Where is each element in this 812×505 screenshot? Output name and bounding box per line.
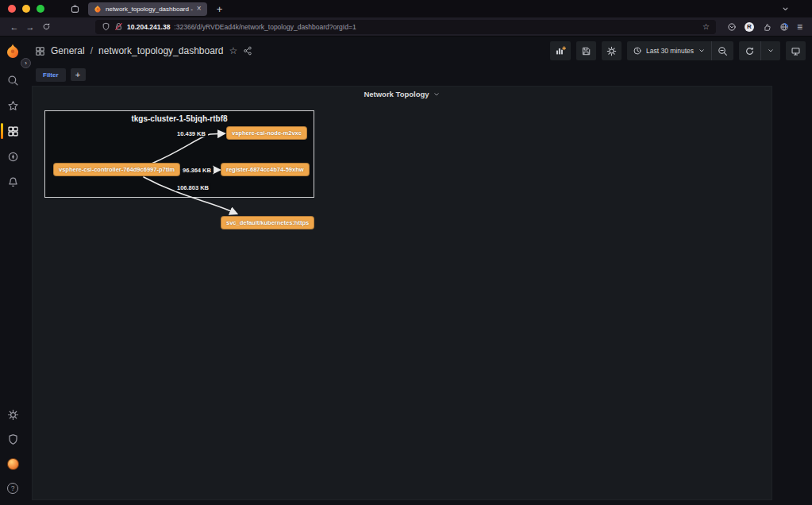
edge-traffic-label: 106.803 KB xyxy=(175,184,211,191)
browser-tab-bar: network_topology_dashboard - × + xyxy=(0,0,812,17)
extension-globe-icon[interactable] xyxy=(779,22,789,32)
sidebar-item-configuration[interactable] xyxy=(0,406,25,423)
star-dashboard-icon[interactable]: ☆ xyxy=(229,45,238,56)
tab-title: network_topology_dashboard - xyxy=(106,6,193,13)
topology-node-csi-node[interactable]: vsphere-csi-node-m2vxc xyxy=(226,126,307,140)
bell-icon xyxy=(7,176,19,188)
refresh-group xyxy=(739,41,780,60)
sidebar-item-search[interactable] xyxy=(0,71,25,89)
sidebar-expand-chevron-icon[interactable]: › xyxy=(21,58,31,68)
url-path: :32366/d/yRVDEad4k/network_topology_dash… xyxy=(174,23,698,31)
sidebar-item-server-admin[interactable] xyxy=(0,430,25,448)
bookmark-star-icon[interactable]: ☆ xyxy=(702,22,710,31)
menu-icon[interactable]: ≡ xyxy=(797,21,802,33)
time-range-label: Last 30 minutes xyxy=(646,47,694,55)
new-tab-button[interactable]: + xyxy=(217,3,223,15)
chevron-down-icon xyxy=(767,47,775,55)
save-dashboard-button[interactable] xyxy=(576,41,596,60)
shield-icon xyxy=(7,434,19,445)
refresh-dashboard-button[interactable] xyxy=(739,41,760,60)
window-close-button[interactable] xyxy=(8,5,16,13)
tracking-protection-shield-icon[interactable] xyxy=(102,22,110,31)
breadcrumb-dashboard-name[interactable]: network_topology_dashboard xyxy=(98,45,223,56)
refresh-icon xyxy=(745,46,755,56)
browser-nav-bar: ← → 10.204.241.38 :32366/d/yRVDEad4k/net… xyxy=(0,17,812,37)
filter-button[interactable]: Filter xyxy=(36,68,66,82)
window-minimize-button[interactable] xyxy=(22,5,30,13)
back-button[interactable]: ← xyxy=(6,22,22,32)
gear-icon xyxy=(606,46,617,56)
help-icon: ? xyxy=(7,483,18,494)
add-panel-button[interactable] xyxy=(550,41,571,60)
reload-button[interactable] xyxy=(38,22,54,31)
refresh-interval-dropdown[interactable] xyxy=(760,41,780,60)
panel-header[interactable]: Network Topology xyxy=(33,90,772,98)
topology-node-kubernetes-service[interactable]: svc_default/kubernetes:https xyxy=(221,216,314,229)
breadcrumb: General / network_topology_dashboard ☆ xyxy=(35,45,252,56)
list-all-tabs-icon[interactable] xyxy=(781,5,790,13)
insecure-lock-icon[interactable] xyxy=(114,22,123,31)
time-range-group: Last 30 minutes xyxy=(627,41,733,60)
topology-node-register[interactable]: register-6874cc4b74-59xhw xyxy=(221,163,310,176)
extension-r-icon[interactable]: R xyxy=(745,22,754,32)
forward-button[interactable]: → xyxy=(22,22,38,32)
dashboard-subheader: Filter + xyxy=(25,65,812,84)
edge-traffic-label: 96.364 KB xyxy=(180,167,214,174)
edge-traffic-label: 10.439 KB xyxy=(175,130,208,137)
gear-icon xyxy=(7,409,19,421)
dashboard-grid-icon xyxy=(35,46,45,56)
window-zoom-button[interactable] xyxy=(37,5,44,13)
browser-tab[interactable]: network_topology_dashboard - × xyxy=(88,2,207,16)
topology-node-controller[interactable]: vsphere-csi-controller-764d9c6997-p7tlm xyxy=(53,163,180,176)
pocket-icon[interactable] xyxy=(727,22,737,32)
extension-hand-icon[interactable] xyxy=(762,22,772,32)
breadcrumb-section[interactable]: General xyxy=(51,45,85,56)
sidebar-item-dashboards[interactable] xyxy=(0,122,25,140)
search-icon xyxy=(7,75,19,87)
breadcrumb-separator: / xyxy=(90,45,93,56)
sidebar-item-help[interactable]: ? xyxy=(0,480,25,497)
compass-icon xyxy=(7,151,19,163)
save-icon xyxy=(581,46,591,56)
dashboard-settings-button[interactable] xyxy=(602,41,622,60)
zoom-out-icon xyxy=(718,46,728,56)
add-filter-button[interactable]: + xyxy=(71,68,86,81)
clock-icon xyxy=(633,46,642,56)
grafana-app: › ? General / net xyxy=(0,37,812,505)
screen: network_topology_dashboard - × + ← → 10.… xyxy=(0,0,812,505)
dashboards-grid-icon xyxy=(7,125,19,137)
network-topology-panel: Network Topology tkgs-cluster-1-5bjqh-rt… xyxy=(32,86,772,500)
dashboard-actions: Last 30 minutes xyxy=(550,41,806,60)
chevron-down-icon xyxy=(698,47,706,55)
sidebar-item-starred[interactable] xyxy=(0,97,25,114)
zoom-out-time-button[interactable] xyxy=(711,41,733,60)
url-bar[interactable]: 10.204.241.38 :32366/d/yRVDEad4k/network… xyxy=(95,20,716,34)
browser-toolbar-icons: R ≡ xyxy=(727,21,806,33)
panel-title: Network Topology xyxy=(364,90,429,98)
add-panel-icon xyxy=(555,45,566,56)
avatar xyxy=(7,458,19,470)
share-dashboard-icon[interactable] xyxy=(243,46,252,56)
dashboard-canvas: Network Topology tkgs-cluster-1-5bjqh-rt… xyxy=(25,84,812,505)
sidebar-item-profile[interactable] xyxy=(0,455,25,472)
dashboard-header: General / network_topology_dashboard ☆ L… xyxy=(25,37,812,65)
star-icon xyxy=(7,100,19,112)
firefox-view-icon[interactable] xyxy=(70,4,80,14)
sidebar-item-explore[interactable] xyxy=(0,148,25,165)
tab-close-icon[interactable]: × xyxy=(197,5,202,13)
kiosk-mode-button[interactable] xyxy=(786,41,806,60)
window-controls xyxy=(0,5,56,13)
time-range-picker[interactable]: Last 30 minutes xyxy=(627,41,711,60)
sidebar-item-alerting[interactable] xyxy=(0,173,25,191)
grafana-logo-icon[interactable] xyxy=(5,43,21,59)
url-host: 10.204.241.38 xyxy=(127,23,170,31)
cluster-label: tkgs-cluster-1-5bjqh-rtbf8 xyxy=(45,114,314,123)
grafana-favicon-icon xyxy=(94,5,102,13)
monitor-icon xyxy=(791,46,801,56)
grafana-sidebar: › ? xyxy=(0,37,25,505)
panel-menu-chevron-icon[interactable] xyxy=(433,91,441,98)
